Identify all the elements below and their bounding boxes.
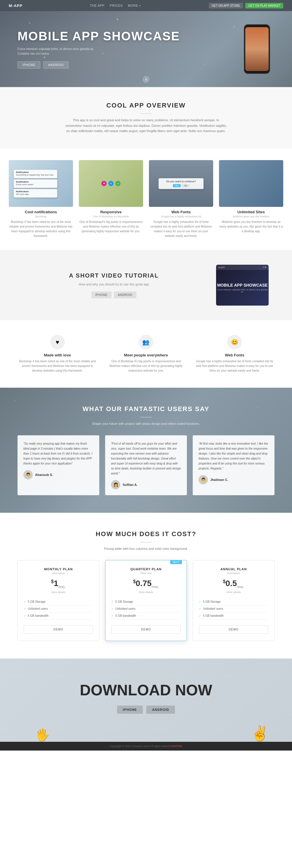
nav-link-app[interactable]: THE APP <box>90 4 104 7</box>
feature-bandwidth-annual: 5 GB bandwidth <box>199 612 268 619</box>
feature-tagline-notifications: Bootstrap <box>9 215 73 218</box>
plan-name-annual: ANNUAL PLAN <box>199 567 268 571</box>
video-mock-logo: M-APP <box>219 267 225 269</box>
feature-storage-quarterly: 5 GB Storage <box>111 598 181 606</box>
pricing-divider <box>140 542 152 542</box>
dialog-no-button[interactable]: No <box>182 184 189 187</box>
testimonial-text-1: "So really very amazing app that makes m… <box>23 441 93 466</box>
dialog-box: Do you want to continue? Yes No <box>159 178 203 189</box>
feature-users-annual: Unlimited users <box>199 606 268 612</box>
resp-dot-blue: ✦ <box>108 181 113 186</box>
feature-img-notifications: Notification Something is happening! See… <box>9 160 73 207</box>
notif-title-1: Notification <box>16 171 55 174</box>
avatar-img-3: 👨 <box>199 475 208 485</box>
benefit-desc-people: One of Bootstrap 4's big points is respo… <box>106 359 186 373</box>
snow-dot <box>14 400 15 401</box>
benefit-fonts: 😊 Web Fonts Google has a highly exhausti… <box>195 335 274 373</box>
pricing-btn-quarterly[interactable]: DEMO <box>111 625 181 634</box>
benefit-desc-fonts: Google has a highly exhaustive list of f… <box>195 359 274 373</box>
overview-description: This app is so cool and great and helps … <box>64 118 228 134</box>
testimonial-card-1: "So really very amazing app that makes m… <box>18 435 99 495</box>
plan-price-value-annual: 0.5 <box>225 579 237 588</box>
features-grid: Notification Something is happening! See… <box>0 148 292 250</box>
hero-buttons: IPHONE ANDROID <box>18 61 239 69</box>
nav-logo: M-APP <box>9 3 23 8</box>
chevron-down-icon: ∨ <box>145 78 148 82</box>
video-mock-text-container: MOBILE APP SHOWCASE Fusce interdum vulpu… <box>216 283 269 293</box>
nav-links: THE APP PRICES MORE + <box>90 4 141 7</box>
nav-link-more[interactable]: MORE + <box>128 4 141 7</box>
plan-tagline-quarterly: Short text <box>111 572 181 575</box>
video-buttons: IPHONE ANDROID <box>23 291 204 298</box>
phone-device <box>244 24 270 74</box>
plan-features-annual: 5 GB Storage Unlimited users 5 GB bandwi… <box>199 598 268 619</box>
testimonials-title: WHAT OUR FANTASTIC USERS SAY <box>18 405 274 413</box>
feature-name-unlimited: Unlimited Sites <box>219 210 283 214</box>
feature-img-webfonts: Do you want to continue? Yes No <box>149 160 213 207</box>
feature-card-unlimited: Unlimited Sites Mobirise gives you the f… <box>219 160 283 239</box>
video-description: How and why you should try to use this g… <box>23 282 204 287</box>
hand-left-decoration: 🖐 <box>35 728 50 742</box>
dialog-yes-button[interactable]: Yes <box>173 184 181 187</box>
feature-img-unlimited <box>219 160 283 207</box>
pricing-btn-annual[interactable]: DEMO <box>199 625 268 634</box>
testimonials-divider <box>140 417 152 417</box>
feature-bandwidth-monthly: 5 GB bandwidth <box>24 612 93 619</box>
author-name-1: Abanoub S. <box>35 473 53 476</box>
feature-users-monthly: Unlimited users <box>24 606 93 612</box>
feature-card-webfonts: Do you want to continue? Yes No Web Font… <box>149 160 213 239</box>
hero-iphone-button[interactable]: IPHONE <box>18 61 40 69</box>
author-avatar-3: 👨 <box>199 475 208 485</box>
video-section: A SHORT VIDEO TUTORIAL How and why you s… <box>0 250 292 320</box>
feature-bg-unlimited <box>219 160 283 207</box>
plan-tagline-monthly: Description <box>24 572 93 575</box>
plan-more-annual[interactable]: More details <box>199 591 268 594</box>
nav-link-prices[interactable]: PRICES <box>110 4 123 7</box>
plan-features-monthly: 5 GB Storage Unlimited users 5 GB bandwi… <box>24 598 93 619</box>
pricing-card-annual: ANNUAL PLAN Description $0.5/mo. More de… <box>193 560 274 641</box>
plan-period-quarterly: /mo. <box>152 585 159 589</box>
plan-price-value-monthly: 1 <box>54 579 58 588</box>
footer-editor-link[interactable]: EDITOR <box>172 745 182 748</box>
author-name-2: Suffian A. <box>123 483 137 487</box>
author-avatar-1: 👨 <box>23 470 33 479</box>
footer: Copyright © 2018 Company name All rights… <box>0 742 292 750</box>
benefit-people: 👥 Meet people everywhere One of Bootstra… <box>106 335 186 373</box>
dialog-buttons: Yes No <box>161 184 201 187</box>
love-icon: ♥ <box>50 335 65 349</box>
feature-storage-annual: 5 GB Storage <box>199 598 268 606</box>
plan-features-quarterly: 5 GB Storage Unlimited users 5 GB bandwi… <box>111 598 181 619</box>
feature-tagline-webfonts: Google has a highly exhaustive list <box>149 215 213 218</box>
download-iphone-button[interactable]: IPHONE <box>117 706 143 714</box>
hero-android-button[interactable]: ANDROID <box>43 61 69 69</box>
download-section: 🖐 DOWNLOAD NOW IPHONE ANDROID ✌ <box>0 658 292 742</box>
plan-more-quarterly[interactable]: More details <box>111 591 181 594</box>
plan-price-monthly: $1/mo. <box>24 579 93 589</box>
smile-icon: 😊 <box>227 335 242 349</box>
responsive-dots: ❤ ✦ ● <box>101 181 121 186</box>
pricing-btn-monthly[interactable]: DEMO <box>24 625 93 634</box>
feature-desc-notifications: Bootstrap 4 has been rated as one of the… <box>9 220 73 239</box>
app-store-button[interactable]: GET ON APP STORE <box>209 3 243 8</box>
feature-tagline-unlimited: Mobirise gives you the freedom <box>219 215 283 218</box>
play-market-button[interactable]: GET ON PLAY MARKET <box>245 3 283 8</box>
notif-body-2: Drink some water! <box>16 183 55 186</box>
resp-dot-pink: ❤ <box>101 181 106 186</box>
notif-title-3: Notification <box>16 190 55 193</box>
scroll-down-button[interactable]: ∨ <box>142 76 150 83</box>
plan-more-monthly[interactable]: More details <box>24 591 93 594</box>
feature-name-webfonts: Web Fonts <box>149 210 213 214</box>
dialog-text: Do you want to continue? <box>161 180 201 183</box>
feature-name-notifications: Cool notifications <box>9 210 73 214</box>
benefit-name-love: Made with love <box>18 353 97 357</box>
footer-text: Copyright © 2018 Company name All rights… <box>110 745 171 748</box>
testimonial-author-3: 👨 Jhaliman C. <box>199 475 269 485</box>
avatar-img-1: 👨 <box>23 470 33 479</box>
testimonial-card-3: "At first now, looks like a nice innovat… <box>193 435 274 495</box>
download-android-button[interactable]: ANDROID <box>146 706 175 714</box>
video-iphone-button[interactable]: IPHONE <box>91 291 111 298</box>
testimonial-text-3: "At first now, looks like a nice innovat… <box>199 441 269 471</box>
video-mock-bar: M-APP ≡ ⊞ <box>216 265 269 270</box>
notif-body-3: Get your app. <box>16 193 55 195</box>
video-android-button[interactable]: ANDROID <box>114 291 137 298</box>
